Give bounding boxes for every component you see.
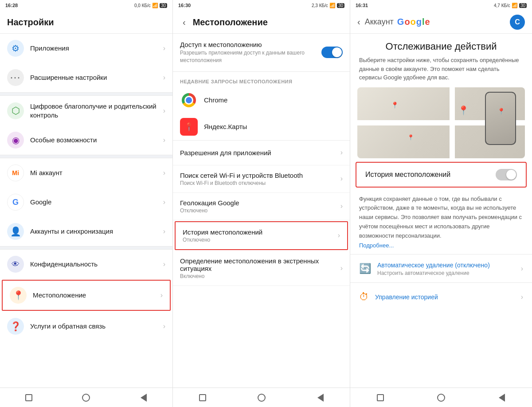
location-header: ‹ Местоположение — [173, 11, 350, 34]
google-icon: G — [7, 194, 24, 211]
time-left: 16:28 — [5, 3, 18, 8]
emergency-title: Определение местоположения в экстренных … — [180, 257, 340, 272]
data-speed-left: 0,0 КБ/с — [134, 3, 151, 8]
circle-icon-mid — [258, 394, 266, 402]
back-icon-right — [499, 394, 505, 402]
activity-tracking-title: Отслеживание действий — [350, 34, 532, 56]
time-mid: 16:30 — [178, 3, 191, 8]
back-icon-mid — [317, 394, 324, 402]
history-toggle-row[interactable]: История местоположений — [356, 162, 527, 188]
recent-section-label: НЕДАВНИЕ ЗАПРОСЫ МЕСТОПОЛОЖЕНИЯ — [173, 72, 350, 87]
circle-icon-right — [437, 394, 445, 402]
square-icon-left — [25, 394, 32, 401]
yandex-app-icon: 📍 — [180, 118, 198, 136]
apps-arrow: › — [163, 44, 165, 52]
data-speed-mid: 2,3 КБ/с — [312, 3, 328, 8]
recent-chrome[interactable]: Chrome — [173, 87, 350, 113]
nav-bar-right — [350, 387, 532, 407]
location-icon: 📍 — [10, 287, 27, 304]
settings-item-location[interactable]: 📍 Местоположение › — [2, 280, 171, 311]
google-account-header: ‹ Аккаунт Google С — [350, 11, 532, 34]
location-list: Доступ к местоположению Разрешить прилож… — [173, 34, 350, 387]
settings-title: Настройки — [7, 17, 54, 27]
manage-history-title: Управление историей — [375, 293, 521, 301]
services-arrow: › — [163, 322, 165, 330]
location-panel: 16:30 2,3 КБ/с 📶 30 ‹ Местоположение Дос… — [173, 0, 350, 407]
right-item-manage-history[interactable]: ⏱ Управление историей › — [350, 282, 532, 311]
data-speed-right: 4,7 КБ/с — [494, 3, 510, 8]
square-icon-mid — [199, 394, 206, 401]
location-title: Местоположение — [193, 17, 268, 27]
accessibility-icon: ◉ — [7, 132, 24, 149]
status-icons-right: 4,7 КБ/с 📶 30 — [494, 3, 527, 8]
mid-item-app-permissions[interactable]: Разрешения для приложений › — [173, 141, 350, 165]
history-toggle-label: История местоположений — [365, 171, 496, 179]
mid-item-geo[interactable]: Геолокация Google Отключено › — [173, 193, 350, 220]
location-access-row: Доступ к местоположению Разрешить прилож… — [173, 34, 350, 71]
advanced-arrow: › — [163, 74, 165, 82]
nav-square-left[interactable] — [23, 391, 35, 404]
settings-item-advanced[interactable]: ⋯ Расширенные настройки › — [0, 63, 172, 92]
settings-item-apps[interactable]: ⚙ Приложения › — [0, 34, 172, 63]
apps-label: Приложения — [30, 44, 163, 53]
recent-yandex[interactable]: 📍 Яндекс.Карты — [173, 113, 350, 140]
yandex-name: Яндекс.Карты — [204, 122, 343, 131]
user-avatar: С — [510, 15, 525, 30]
wifi-arrow: › — [340, 175, 343, 183]
chrome-app-icon — [180, 91, 198, 109]
account-label: Аккаунт — [365, 17, 394, 27]
back-icon-left — [141, 394, 147, 402]
history-arrow: › — [338, 231, 340, 239]
map-background: 📍 📍 📍 📍 — [357, 87, 525, 158]
privacy-icon: 👁 — [7, 256, 24, 273]
status-icons-mid: 2,3 КБ/с 📶 30 — [312, 3, 344, 8]
emergency-sub: Включено — [180, 273, 340, 279]
mid-item-wifi[interactable]: Поиск сетей Wi-Fi и устройств Bluetooth … — [173, 165, 350, 193]
nav-square-mid[interactable] — [196, 391, 209, 404]
access-toggle-switch[interactable] — [321, 47, 343, 58]
nav-circle-mid[interactable] — [255, 391, 268, 404]
learn-more-link[interactable]: Подробнее... — [350, 242, 532, 254]
access-toggle-sub: Разрешить приложениям доступ к данным ва… — [180, 49, 321, 64]
services-icon: ❓ — [7, 318, 24, 335]
mid-item-emergency[interactable]: Определение местоположения в экстренных … — [173, 251, 350, 286]
history-sub: Отключено — [183, 237, 338, 243]
mid-item-history[interactable]: История местоположений Отключено › — [175, 221, 348, 250]
geo-arrow: › — [340, 202, 343, 210]
back-button-right[interactable]: ‹ — [357, 17, 360, 27]
nav-circle-right[interactable] — [435, 391, 447, 404]
geo-title: Геолокация Google — [180, 199, 340, 207]
history-toggle-switch[interactable] — [496, 169, 517, 180]
google-logo: Google — [397, 17, 430, 27]
nav-back-right[interactable] — [496, 391, 508, 404]
settings-item-privacy[interactable]: 👁 Конфиденциальность › — [0, 250, 172, 279]
accessibility-label: Особые возможности — [30, 136, 163, 145]
nav-back-left[interactable] — [137, 391, 150, 404]
auto-delete-arrow: › — [521, 265, 523, 273]
nav-square-right[interactable] — [374, 391, 387, 404]
privacy-arrow: › — [163, 260, 165, 268]
right-item-auto-delete[interactable]: 🔄 Автоматическое удаление (отключено) На… — [350, 254, 532, 282]
settings-item-google[interactable]: G Google › — [0, 188, 172, 217]
settings-item-mi[interactable]: Mi Mi аккаунт › — [0, 158, 172, 188]
back-button-mid[interactable]: ‹ — [180, 16, 188, 28]
mi-arrow: › — [163, 169, 165, 177]
chrome-name: Chrome — [204, 96, 343, 105]
accounts-label: Аккаунты и синхронизация — [30, 227, 163, 236]
divider-1 — [0, 92, 172, 96]
manage-history-icon: ⏱ — [359, 291, 369, 303]
settings-item-digital[interactable]: ⬡ Цифровое благополучие и родительский к… — [0, 96, 172, 125]
advanced-label: Расширенные настройки — [30, 73, 163, 82]
nav-back-mid[interactable] — [314, 391, 327, 404]
mi-label: Mi аккаунт — [30, 168, 163, 177]
services-label: Услуги и обратная связь — [30, 322, 163, 331]
settings-item-accounts[interactable]: 👤 Аккаунты и синхронизация › — [0, 217, 172, 246]
accounts-arrow: › — [163, 227, 165, 235]
status-bar-left: 16:28 0,0 КБ/с 📶 30 — [0, 0, 172, 11]
nav-circle-left[interactable] — [80, 391, 92, 404]
settings-item-accessibility[interactable]: ◉ Особые возможности › — [0, 125, 172, 155]
settings-item-services[interactable]: ❓ Услуги и обратная связь › — [0, 312, 172, 341]
wifi-title: Поиск сетей Wi-Fi и устройств Bluetooth — [180, 172, 340, 179]
geo-sub: Отключено — [180, 207, 340, 214]
digital-icon: ⬡ — [7, 102, 24, 119]
